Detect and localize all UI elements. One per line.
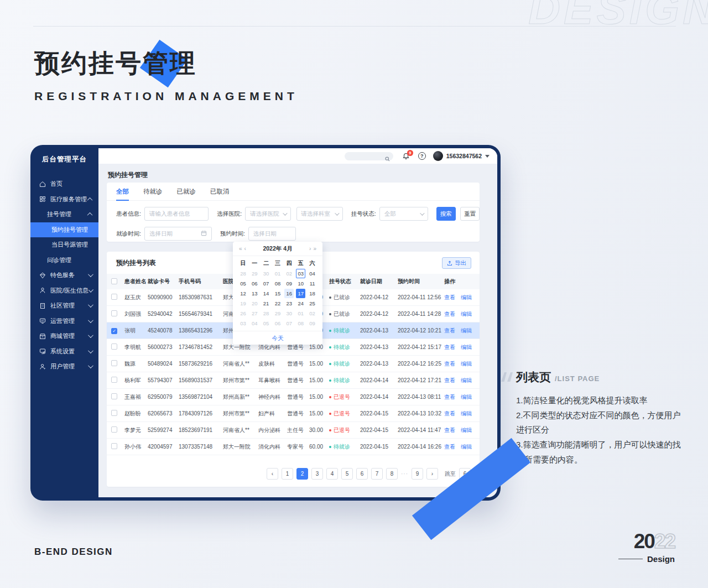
calendar-day[interactable]: 11 [308, 279, 317, 288]
table-row[interactable]: 李梦元5259927418523697191河南省人**内分泌科主任号30.00… [107, 422, 480, 439]
table-row[interactable]: 王嘉裕6295007913569872104郑州高新**神经内科普通号15.00… [107, 389, 480, 405]
user-menu-caret-icon[interactable] [485, 155, 490, 158]
page-button[interactable]: 9 [412, 468, 423, 480]
view-link[interactable]: 查看 [444, 377, 455, 384]
calendar-day[interactable]: 25 [308, 299, 317, 308]
sidebar-item[interactable]: 当日号源管理 [30, 237, 98, 253]
page-button[interactable]: 2 [296, 468, 308, 480]
page-button[interactable]: 8 [386, 468, 398, 480]
sidebar-item[interactable]: 社区管理 [30, 298, 98, 314]
help-icon[interactable]: ? [418, 152, 426, 160]
sidebar-item[interactable]: 特色服务 [30, 268, 98, 283]
tab[interactable]: 已取消 [210, 183, 230, 201]
calendar-day[interactable]: 02 [284, 269, 294, 278]
avatar[interactable] [433, 151, 443, 161]
calendar-day[interactable]: 12 [238, 289, 248, 298]
page-button[interactable]: 5 [341, 468, 353, 480]
calendar-day[interactable]: 02 [308, 309, 317, 318]
calendar-day[interactable]: 29 [250, 269, 259, 278]
search-icon[interactable] [385, 154, 390, 159]
hospital-select[interactable]: 请选择医院 [245, 207, 290, 221]
row-checkbox[interactable] [111, 410, 117, 416]
view-link[interactable]: 查看 [444, 360, 455, 368]
sidebar-item[interactable]: 商城管理 [30, 329, 98, 344]
row-checkbox[interactable] [111, 360, 117, 366]
calendar-day[interactable]: 10 [296, 279, 305, 288]
view-link[interactable]: 查看 [444, 393, 455, 401]
calendar-day[interactable]: 04 [250, 319, 259, 328]
calendar-day[interactable]: 03 [238, 319, 248, 328]
page-button[interactable]: 7 [371, 468, 383, 480]
edit-link[interactable]: 编辑 [461, 360, 472, 368]
patient-input[interactable]: 请输入患者信息 [144, 207, 209, 221]
table-row[interactable]: 赵盼盼6206567317843097126郑州市第**妇产科普通号15.00已… [107, 405, 480, 422]
calendar-day[interactable]: 17 [296, 289, 305, 298]
sidebar-item[interactable]: 问诊管理 [30, 253, 98, 268]
calendar-day[interactable]: 08 [296, 319, 305, 328]
calendar-day[interactable]: 22 [273, 299, 282, 308]
sidebar-item[interactable]: 用户管理 [30, 359, 98, 374]
view-link[interactable]: 查看 [444, 344, 455, 351]
calendar-day[interactable]: 16 [284, 289, 294, 298]
sidebar-item[interactable]: 医院/医生信息 [30, 283, 98, 299]
view-link[interactable]: 查看 [444, 443, 455, 451]
prev-year-icon[interactable]: « [238, 246, 243, 252]
view-link[interactable]: 查看 [444, 410, 455, 418]
export-button[interactable]: 导出 [442, 257, 471, 269]
edit-link[interactable]: 编辑 [461, 294, 472, 301]
table-row[interactable]: 孙小伟4200459713073357148郑大一附院消化内科专家号60.00待… [107, 439, 480, 455]
table-row[interactable]: 魏源5048902415873629216河南省人**皮肤科普通号15.00待就… [107, 356, 480, 372]
tab[interactable]: 已就诊 [177, 183, 196, 201]
sidebar-item[interactable]: 运营管理 [30, 314, 98, 329]
next-month-icon[interactable]: › [308, 246, 312, 252]
calendar-day[interactable]: 13 [250, 289, 259, 298]
calendar-day[interactable]: 07 [284, 319, 294, 328]
row-checkbox[interactable] [111, 426, 117, 433]
calendar-day[interactable]: 30 [262, 269, 271, 278]
table-row[interactable]: 杨利军5579430715689031537郑州市第**耳鼻喉科普通号15.00… [107, 372, 480, 389]
calendar-day[interactable]: 27 [250, 309, 259, 318]
page-button[interactable]: 1 [282, 468, 293, 480]
notification-bell-icon[interactable]: 9 [402, 152, 410, 160]
edit-link[interactable]: 编辑 [461, 426, 472, 434]
calendar-day[interactable]: 03 [296, 269, 305, 278]
calendar-day[interactable]: 14 [262, 289, 271, 298]
calendar-day[interactable]: 23 [284, 299, 294, 308]
sidebar-item[interactable]: 挂号管理 [30, 207, 98, 222]
calendar-day[interactable]: 04 [308, 269, 317, 278]
calendar-day[interactable]: 28 [262, 309, 271, 318]
department-select[interactable]: 请选择科室 [296, 207, 343, 221]
calendar-day[interactable]: 26 [238, 309, 248, 318]
next-page-button[interactable]: › [426, 468, 438, 480]
sidebar-item[interactable]: 首页 [30, 176, 98, 192]
edit-link[interactable]: 编辑 [461, 327, 472, 335]
edit-link[interactable]: 编辑 [461, 410, 472, 418]
sidebar-item[interactable]: 系统设置 [30, 344, 98, 360]
appoint-date-input[interactable]: 选择日期 [248, 227, 296, 241]
row-checkbox[interactable] [111, 377, 117, 383]
view-link[interactable]: 查看 [444, 426, 455, 434]
calendar-day[interactable]: 29 [273, 309, 282, 318]
calendar-day[interactable]: 20 [250, 299, 259, 308]
prev-month-icon[interactable]: ‹ [243, 246, 247, 252]
calendar-day[interactable]: 15 [273, 289, 282, 298]
calendar-day[interactable]: 06 [273, 319, 282, 328]
row-checkbox[interactable] [111, 310, 117, 316]
row-checkbox[interactable] [111, 393, 117, 399]
page-button[interactable]: 3 [311, 468, 323, 480]
edit-link[interactable]: 编辑 [461, 344, 472, 351]
tab[interactable]: 待就诊 [143, 183, 163, 201]
view-link[interactable]: 查看 [444, 294, 455, 301]
view-link[interactable]: 查看 [444, 310, 455, 318]
calendar-day[interactable]: 01 [296, 309, 305, 318]
next-year-icon[interactable]: » [312, 246, 317, 252]
row-checkbox[interactable] [111, 294, 117, 300]
calendar-day[interactable]: 09 [308, 319, 317, 328]
sidebar-item[interactable]: 预约挂号管理 [30, 222, 98, 238]
calendar-day[interactable]: 01 [273, 269, 282, 278]
calendar-day[interactable]: 30 [284, 309, 294, 318]
edit-link[interactable]: 编辑 [461, 393, 472, 401]
edit-link[interactable]: 编辑 [461, 377, 472, 384]
search-button[interactable]: 搜索 [436, 207, 456, 221]
view-link[interactable]: 查看 [444, 327, 455, 335]
